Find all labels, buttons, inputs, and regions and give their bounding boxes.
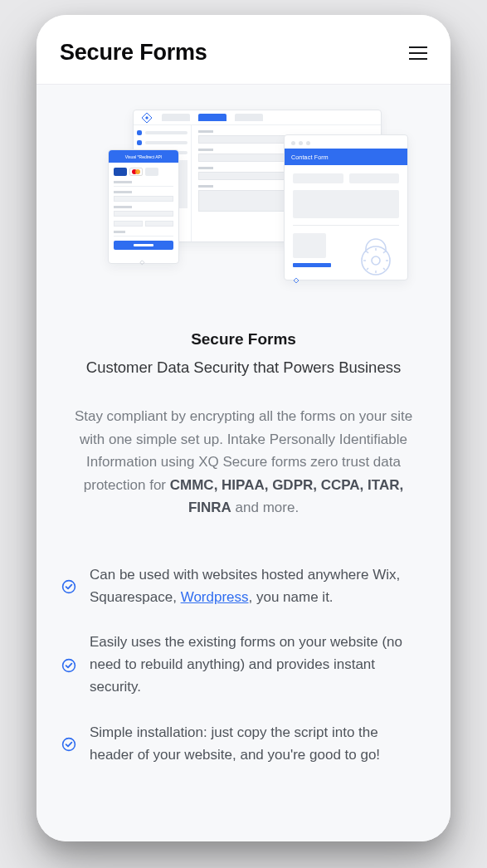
visa-icon: [114, 168, 127, 176]
card-icon: [145, 168, 158, 176]
feature-text-pre: Simple installation: just copy the scrip…: [90, 724, 380, 763]
menu-icon[interactable]: [409, 46, 427, 60]
hero-description-post: and more.: [231, 500, 299, 515]
wordpress-link[interactable]: Wordpress: [181, 589, 249, 605]
hero-description: Stay compliant by encrypting all the for…: [60, 405, 427, 519]
feature-text-pre: Easily uses the existing forms on your w…: [90, 634, 402, 695]
lock-icon: [353, 232, 399, 279]
app-title: Secure Forms: [60, 40, 207, 66]
mastercard-icon: [129, 168, 143, 176]
main-content: Visual *Redirect API: [37, 85, 450, 841]
feature-text: Simple installation: just copy the scrip…: [90, 722, 426, 767]
mobile-device-frame: Secure Forms: [37, 15, 450, 841]
xq-logo-icon: [293, 272, 303, 279]
svg-point-0: [146, 116, 148, 118]
svg-line-8: [383, 268, 385, 270]
xq-logo-icon: [139, 254, 148, 258]
svg-line-9: [367, 268, 368, 270]
window-controls-icon: [285, 135, 407, 149]
illustration-contact-title: Contact Form: [285, 149, 407, 165]
illustration-contact-card: Contact Form: [284, 134, 408, 280]
app-header: Secure Forms: [37, 15, 450, 85]
feature-item: Easily uses the existing forms on your w…: [60, 631, 427, 699]
check-circle-icon: [61, 579, 76, 594]
svg-line-10: [383, 251, 385, 253]
hero-illustration: Visual *Redirect API: [60, 110, 427, 292]
feature-item: Can be used with websites hosted anywher…: [60, 564, 427, 609]
illustration-payment-title: Visual *Redirect API: [109, 150, 178, 163]
check-circle-icon: [61, 658, 76, 673]
hero-subtitle: Customer Data Security that Powers Busin…: [60, 358, 427, 377]
illustration-payment-card: Visual *Redirect API: [108, 149, 179, 264]
feature-text: Can be used with websites hosted anywher…: [90, 564, 426, 609]
check-circle-icon: [61, 737, 76, 752]
hero-title: Secure Forms: [60, 330, 427, 349]
xq-logo-icon: [140, 111, 153, 124]
svg-line-7: [367, 251, 368, 253]
svg-point-2: [372, 256, 380, 265]
feature-text-post: , you name it.: [249, 589, 334, 605]
illustration-submit-button: [114, 241, 173, 250]
feature-text: Easily uses the existing forms on your w…: [90, 631, 426, 699]
feature-item: Simple installation: just copy the scrip…: [60, 722, 427, 767]
